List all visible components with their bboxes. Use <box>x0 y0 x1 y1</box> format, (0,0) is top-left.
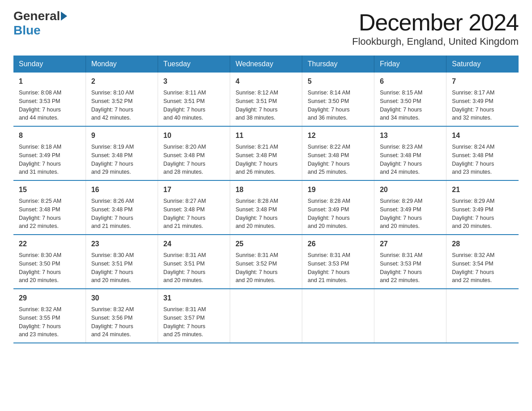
day-number: 22 <box>19 239 80 249</box>
calendar-cell: 12Sunrise: 8:22 AM Sunset: 3:48 PM Dayli… <box>302 126 374 180</box>
day-info: Sunrise: 8:32 AM Sunset: 3:56 PM Dayligh… <box>91 305 152 339</box>
calendar-cell: 23Sunrise: 8:30 AM Sunset: 3:51 PM Dayli… <box>86 235 158 289</box>
day-number: 21 <box>452 184 513 195</box>
calendar-cell: 18Sunrise: 8:28 AM Sunset: 3:48 PM Dayli… <box>230 180 302 235</box>
calendar-cell <box>302 289 374 343</box>
month-title: December 2024 <box>352 9 519 36</box>
day-info: Sunrise: 8:31 AM Sunset: 3:53 PM Dayligh… <box>308 251 369 285</box>
weekday-header-tuesday: Tuesday <box>158 56 230 73</box>
calendar-cell: 20Sunrise: 8:29 AM Sunset: 3:49 PM Dayli… <box>374 180 446 235</box>
day-info: Sunrise: 8:32 AM Sunset: 3:55 PM Dayligh… <box>19 305 80 339</box>
calendar-week-row: 1Sunrise: 8:08 AM Sunset: 3:53 PM Daylig… <box>13 73 519 126</box>
day-number: 12 <box>308 130 369 141</box>
calendar-cell: 7Sunrise: 8:17 AM Sunset: 3:49 PM Daylig… <box>446 73 519 126</box>
calendar-cell: 6Sunrise: 8:15 AM Sunset: 3:50 PM Daylig… <box>374 73 446 126</box>
day-info: Sunrise: 8:12 AM Sunset: 3:51 PM Dayligh… <box>236 89 296 122</box>
calendar-cell: 14Sunrise: 8:24 AM Sunset: 3:48 PM Dayli… <box>446 126 519 180</box>
calendar-cell: 10Sunrise: 8:20 AM Sunset: 3:48 PM Dayli… <box>158 126 230 180</box>
calendar-cell: 4Sunrise: 8:12 AM Sunset: 3:51 PM Daylig… <box>230 73 302 126</box>
day-number: 13 <box>380 130 441 141</box>
weekday-header-monday: Monday <box>86 56 158 73</box>
calendar-cell: 3Sunrise: 8:11 AM Sunset: 3:51 PM Daylig… <box>158 73 230 126</box>
calendar-cell: 30Sunrise: 8:32 AM Sunset: 3:56 PM Dayli… <box>86 289 158 343</box>
day-number: 7 <box>452 76 513 87</box>
logo-arrow-icon <box>60 12 67 21</box>
calendar-body: 1Sunrise: 8:08 AM Sunset: 3:53 PM Daylig… <box>13 73 519 343</box>
day-number: 29 <box>19 293 80 304</box>
calendar-cell: 9Sunrise: 8:19 AM Sunset: 3:48 PM Daylig… <box>86 126 158 180</box>
day-number: 30 <box>91 293 152 304</box>
calendar-table: SundayMondayTuesdayWednesdayThursdayFrid… <box>13 56 519 343</box>
day-info: Sunrise: 8:10 AM Sunset: 3:52 PM Dayligh… <box>91 89 152 122</box>
day-number: 19 <box>308 184 369 195</box>
weekday-header-thursday: Thursday <box>302 56 374 73</box>
calendar-cell: 21Sunrise: 8:29 AM Sunset: 3:49 PM Dayli… <box>446 180 519 235</box>
day-info: Sunrise: 8:31 AM Sunset: 3:57 PM Dayligh… <box>163 305 224 339</box>
calendar-cell: 1Sunrise: 8:08 AM Sunset: 3:53 PM Daylig… <box>13 73 86 126</box>
day-info: Sunrise: 8:21 AM Sunset: 3:48 PM Dayligh… <box>236 143 296 176</box>
day-info: Sunrise: 8:08 AM Sunset: 3:53 PM Dayligh… <box>19 89 80 122</box>
calendar-cell <box>446 289 519 343</box>
day-number: 31 <box>163 293 224 304</box>
calendar-cell: 5Sunrise: 8:14 AM Sunset: 3:50 PM Daylig… <box>302 73 374 126</box>
day-number: 8 <box>19 130 80 141</box>
day-info: Sunrise: 8:24 AM Sunset: 3:48 PM Dayligh… <box>452 143 513 176</box>
day-info: Sunrise: 8:31 AM Sunset: 3:53 PM Dayligh… <box>380 251 441 285</box>
day-number: 9 <box>91 130 152 141</box>
calendar-cell: 26Sunrise: 8:31 AM Sunset: 3:53 PM Dayli… <box>302 235 374 289</box>
calendar-cell: 11Sunrise: 8:21 AM Sunset: 3:48 PM Dayli… <box>230 126 302 180</box>
day-number: 4 <box>236 76 296 87</box>
calendar-week-row: 8Sunrise: 8:18 AM Sunset: 3:49 PM Daylig… <box>13 126 519 180</box>
day-number: 18 <box>236 184 296 195</box>
calendar-week-row: 15Sunrise: 8:25 AM Sunset: 3:48 PM Dayli… <box>13 180 519 235</box>
weekday-header-wednesday: Wednesday <box>230 56 302 73</box>
calendar-cell: 27Sunrise: 8:31 AM Sunset: 3:53 PM Dayli… <box>374 235 446 289</box>
weekday-header-friday: Friday <box>374 56 446 73</box>
weekday-header-sunday: Sunday <box>13 56 86 73</box>
day-info: Sunrise: 8:11 AM Sunset: 3:51 PM Dayligh… <box>163 89 224 122</box>
calendar-week-row: 29Sunrise: 8:32 AM Sunset: 3:55 PM Dayli… <box>13 289 519 343</box>
calendar-cell: 24Sunrise: 8:31 AM Sunset: 3:51 PM Dayli… <box>158 235 230 289</box>
weekday-header-row: SundayMondayTuesdayWednesdayThursdayFrid… <box>13 56 519 73</box>
day-number: 3 <box>163 76 224 87</box>
day-info: Sunrise: 8:29 AM Sunset: 3:49 PM Dayligh… <box>380 197 441 231</box>
calendar-cell: 2Sunrise: 8:10 AM Sunset: 3:52 PM Daylig… <box>86 73 158 126</box>
day-number: 2 <box>91 76 152 87</box>
calendar-cell: 17Sunrise: 8:27 AM Sunset: 3:48 PM Dayli… <box>158 180 230 235</box>
day-info: Sunrise: 8:15 AM Sunset: 3:50 PM Dayligh… <box>380 89 441 122</box>
day-info: Sunrise: 8:18 AM Sunset: 3:49 PM Dayligh… <box>19 143 80 176</box>
day-number: 17 <box>163 184 224 195</box>
day-info: Sunrise: 8:23 AM Sunset: 3:48 PM Dayligh… <box>380 143 441 176</box>
day-info: Sunrise: 8:17 AM Sunset: 3:49 PM Dayligh… <box>452 89 513 122</box>
day-info: Sunrise: 8:27 AM Sunset: 3:48 PM Dayligh… <box>163 197 224 231</box>
calendar-cell: 22Sunrise: 8:30 AM Sunset: 3:50 PM Dayli… <box>13 235 86 289</box>
calendar-header: SundayMondayTuesdayWednesdayThursdayFrid… <box>13 56 519 73</box>
title-section: December 2024 Flookburgh, England, Unite… <box>352 9 519 47</box>
day-number: 11 <box>236 130 296 141</box>
day-number: 14 <box>452 130 513 141</box>
day-info: Sunrise: 8:25 AM Sunset: 3:48 PM Dayligh… <box>19 197 80 231</box>
day-number: 6 <box>380 76 441 87</box>
day-number: 5 <box>308 76 369 87</box>
weekday-header-saturday: Saturday <box>446 56 519 73</box>
calendar-cell: 8Sunrise: 8:18 AM Sunset: 3:49 PM Daylig… <box>13 126 86 180</box>
day-info: Sunrise: 8:22 AM Sunset: 3:48 PM Dayligh… <box>308 143 369 176</box>
calendar-cell: 15Sunrise: 8:25 AM Sunset: 3:48 PM Dayli… <box>13 180 86 235</box>
day-number: 20 <box>380 184 441 195</box>
page-header: General Blue December 2024 Flookburgh, E… <box>13 9 519 47</box>
day-number: 16 <box>91 184 152 195</box>
day-info: Sunrise: 8:29 AM Sunset: 3:49 PM Dayligh… <box>452 197 513 231</box>
day-number: 26 <box>308 239 369 249</box>
logo-general-text: General <box>13 9 60 23</box>
calendar-week-row: 22Sunrise: 8:30 AM Sunset: 3:50 PM Dayli… <box>13 235 519 289</box>
day-info: Sunrise: 8:31 AM Sunset: 3:52 PM Dayligh… <box>236 251 296 285</box>
calendar-cell: 29Sunrise: 8:32 AM Sunset: 3:55 PM Dayli… <box>13 289 86 343</box>
day-info: Sunrise: 8:19 AM Sunset: 3:48 PM Dayligh… <box>91 143 152 176</box>
day-info: Sunrise: 8:31 AM Sunset: 3:51 PM Dayligh… <box>163 251 224 285</box>
day-info: Sunrise: 8:32 AM Sunset: 3:54 PM Dayligh… <box>452 251 513 285</box>
day-number: 15 <box>19 184 80 195</box>
day-number: 24 <box>163 239 224 249</box>
location-subtitle: Flookburgh, England, United Kingdom <box>352 36 519 47</box>
day-number: 1 <box>19 76 80 87</box>
calendar-cell: 16Sunrise: 8:26 AM Sunset: 3:48 PM Dayli… <box>86 180 158 235</box>
